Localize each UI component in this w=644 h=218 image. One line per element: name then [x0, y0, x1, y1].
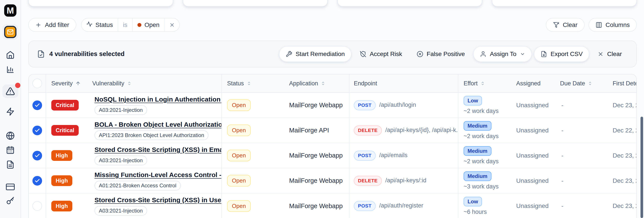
vulnerabilities-table: Severity Vulnerability Status Applicatio… [28, 74, 637, 218]
sidebar-item-network[interactable] [6, 131, 15, 141]
false-positive-button[interactable]: False Positive [410, 46, 471, 62]
sort-icon [246, 81, 252, 86]
effort-time: ~6 hours [464, 209, 511, 215]
user-icon [480, 51, 486, 57]
endpoint-path: /api/auth/register [379, 202, 423, 209]
main-content: Add filter Status is Open Clear [21, 0, 644, 218]
effort-badge: Low [464, 96, 482, 105]
activity-icon [86, 21, 92, 29]
effort-badge: Medium [464, 121, 492, 131]
effort-time: ~2 work days [464, 158, 511, 165]
columns-button[interactable]: Columns [588, 18, 637, 32]
row-checkbox[interactable] [32, 151, 42, 160]
add-filter-button[interactable]: Add filter [28, 18, 76, 32]
vulnerability-link[interactable]: BOLA - Broken Object Level Authorization… [94, 121, 222, 128]
status-badge: Open [227, 150, 251, 161]
due-date-value: - [561, 127, 563, 134]
filter-chip-value[interactable]: Open [132, 18, 164, 31]
status-badge: Open [227, 175, 251, 187]
first-detected-value: Dec 23, 2025 [613, 177, 637, 184]
effort-time: ~2 work days [464, 108, 511, 114]
first-detected-value: Dec 23, 2025 [613, 102, 637, 109]
shield-off-icon [360, 51, 366, 57]
vulnerability-link[interactable]: Stored Cross-Site Scripting (XSS) in Ema… [94, 146, 222, 153]
first-detected-value: Dec 22, 2025 [613, 127, 637, 134]
select-all-checkbox[interactable] [32, 79, 42, 88]
http-method-badge: DELETE [354, 125, 382, 136]
filter-chip-remove-button[interactable] [164, 18, 179, 31]
sidebar-item-scans[interactable] [6, 107, 15, 116]
http-method-badge: POST [354, 100, 376, 110]
row-checkbox[interactable] [32, 176, 42, 186]
http-method-badge: DELETE [354, 176, 382, 186]
column-header-assigned[interactable]: Assigned [511, 74, 555, 93]
filter-chip-field[interactable]: Status [82, 18, 118, 31]
vulnerability-link[interactable]: Missing Function-Level Access Control - … [94, 171, 222, 179]
due-date-value: - [561, 152, 563, 159]
sidebar-item-calendar[interactable] [6, 145, 15, 155]
column-header-due-date[interactable]: Due Date [555, 74, 608, 93]
notification-dot [15, 83, 20, 88]
column-header-first-detected[interactable]: First Detected [608, 74, 637, 93]
row-checkbox[interactable] [32, 100, 42, 110]
effort-badge: Medium [464, 146, 492, 156]
status-badge: Open [227, 99, 251, 111]
row-checkbox[interactable] [32, 126, 42, 135]
application-name: MailForge Webapp [289, 152, 342, 159]
clear-selection-button[interactable]: Clear [592, 46, 628, 62]
vulnerability-link[interactable]: Stored Cross-Site Scripting (XSS) in Use… [94, 196, 222, 204]
owasp-tag: A03:2021-Injection [94, 206, 147, 216]
filter-chip-status: Status is Open [81, 18, 180, 32]
row-checkbox[interactable] [32, 201, 42, 211]
endpoint-path: /api/api-keys/:id [385, 177, 426, 184]
table-row: High Stored Cross-Site Scripting (XSS) i… [29, 143, 637, 168]
assigned-value: Unassigned [516, 152, 549, 159]
file-check-icon [37, 50, 45, 58]
column-header-application[interactable]: Application [282, 74, 349, 93]
sidebar-item-vulnerabilities[interactable] [2, 84, 18, 98]
sidebar-item-home[interactable] [6, 50, 15, 59]
vulnerability-link[interactable]: NoSQL Injection in Login Authentication … [94, 96, 222, 103]
sidebar-item-billing[interactable] [6, 182, 15, 192]
column-header-severity[interactable]: Severity [46, 74, 92, 93]
add-filter-label: Add filter [45, 21, 69, 28]
sidebar-item-api-keys[interactable] [6, 196, 15, 206]
globe-icon [6, 131, 15, 140]
selection-bar: 4 vulnerabilities selected Start Remedia… [28, 40, 637, 67]
start-remediation-button[interactable]: Start Remediation [279, 46, 351, 62]
home-icon [6, 50, 15, 59]
clear-filters-button[interactable]: Clear [546, 18, 584, 32]
column-header-effort[interactable]: Effort [458, 74, 511, 93]
sort-icon [127, 81, 132, 86]
assigned-value: Unassigned [516, 177, 549, 184]
vertical-scrollbar[interactable] [640, 117, 643, 218]
wrench-icon [286, 51, 292, 57]
sort-icon [480, 81, 485, 86]
export-csv-button[interactable]: Export CSV [534, 46, 589, 62]
zap-icon [6, 107, 15, 116]
sidebar-item-analytics[interactable] [6, 65, 15, 74]
sort-icon [588, 81, 592, 86]
close-icon [169, 22, 175, 28]
column-header-endpoint[interactable]: Endpoint [349, 74, 458, 93]
endpoint-path: /api/api-keys/{id}, /api/api-k... [385, 127, 458, 133]
application-name: MailForge Webapp [289, 102, 342, 109]
sidebar: M [0, 0, 21, 218]
accept-risk-button[interactable]: Accept Risk [354, 46, 408, 62]
column-header-vulnerability[interactable]: Vulnerability [92, 74, 222, 93]
http-method-badge: POST [354, 151, 376, 161]
status-dot-icon [138, 23, 142, 27]
effort-badge: Medium [464, 171, 492, 181]
owasp-tag: A03:2021-Injection [94, 156, 147, 165]
table-row: High Missing Function-Level Access Contr… [29, 168, 637, 193]
owasp-tag: A01:2021-Broken Access Control [94, 181, 181, 191]
sidebar-item-reports[interactable] [6, 160, 15, 169]
assign-to-button[interactable]: Assign To [473, 46, 532, 62]
file-text-icon [6, 160, 15, 169]
stat-cards-row [28, 0, 637, 6]
sidebar-item-mail[interactable] [2, 24, 18, 40]
filter-chip-operator[interactable]: is [118, 18, 132, 31]
column-header-status[interactable]: Status [222, 74, 282, 93]
sort-asc-icon [76, 81, 81, 86]
sort-icon [321, 81, 326, 86]
